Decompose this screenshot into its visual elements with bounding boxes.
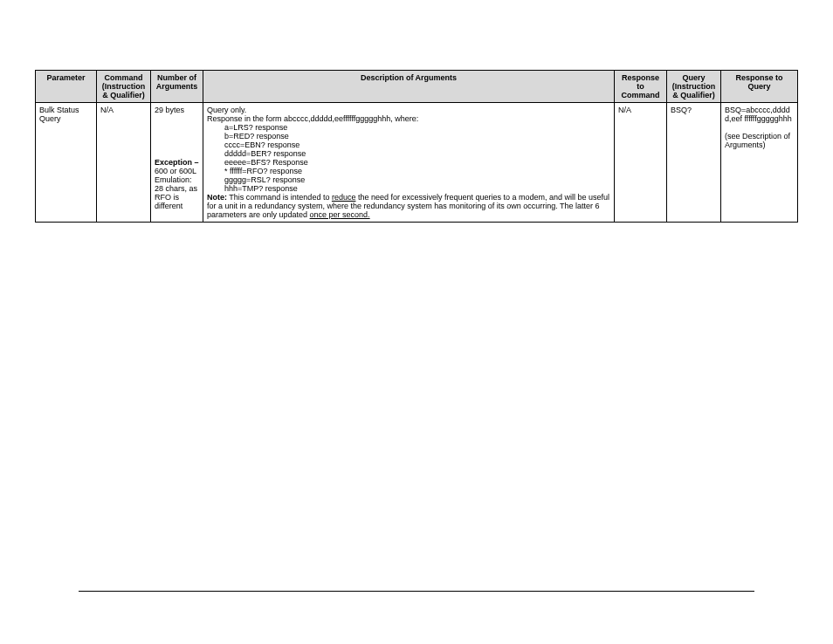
resq-line1: BSQ=abcccc,ddddd,eef ffffffggggghhh: [725, 106, 792, 123]
desc-line-e: eeeee=BFS? Response: [207, 158, 610, 167]
col-header-parameter: Parameter: [36, 71, 97, 103]
col-header-response-query: Response to Query: [721, 71, 798, 103]
desc-note-pre: This command is intended to: [227, 193, 332, 202]
col-header-command: Command (Instruction & Qualifier): [97, 71, 151, 103]
desc-line-g: ggggg=RSL? response: [207, 175, 610, 184]
numargs-primary: 29 bytes: [155, 106, 184, 114]
desc-line-d: ddddd=BER? response: [207, 149, 610, 158]
cell-response-query: BSQ=abcccc,ddddd,eef ffffffggggghhh (see…: [721, 103, 798, 223]
col-header-description: Description of Arguments: [203, 71, 615, 103]
cell-response-command: N/A: [615, 103, 667, 223]
footer-rule: [79, 591, 754, 592]
cell-description: Query only. Response in the form abcccc,…: [203, 103, 615, 223]
resq-line2: (see Description of Arguments): [725, 132, 790, 149]
desc-line-c: cccc=EBN? response: [207, 140, 610, 149]
cell-query: BSQ?: [667, 103, 721, 223]
page: Parameter Command (Instruction & Qualifi…: [0, 0, 833, 644]
desc-line-f: * ffffff=RFO? response: [207, 167, 610, 175]
numargs-exception-body: 600 or 600L Emulation: 28 chars, as RFO …: [155, 167, 197, 210]
desc-form: Response in the form abcccc,ddddd,eeffff…: [207, 114, 418, 123]
table-row: Bulk Status Query N/A 29 bytes Exception…: [36, 103, 798, 223]
col-header-query: Query (Instruction & Qualifier): [667, 71, 721, 103]
desc-intro: Query only.: [207, 106, 246, 114]
table-header-row: Parameter Command (Instruction & Qualifi…: [36, 71, 798, 103]
col-header-response-command: Response to Command: [615, 71, 667, 103]
col-header-numargs: Number of Arguments: [151, 71, 203, 103]
cell-parameter: Bulk Status Query: [36, 103, 97, 223]
desc-line-b: b=RED? response: [207, 132, 610, 140]
cell-numargs: 29 bytes Exception – 600 or 600L Emulati…: [151, 103, 203, 223]
parameter-table: Parameter Command (Instruction & Qualifi…: [35, 70, 798, 223]
numargs-exception-label: Exception –: [155, 158, 199, 167]
desc-note-label: Note:: [207, 193, 227, 202]
desc-note-reduce: reduce: [332, 193, 356, 202]
desc-line-a: a=LRS? response: [207, 123, 610, 132]
cell-command: N/A: [97, 103, 151, 223]
desc-line-h: hhh=TMP? response: [207, 184, 610, 193]
desc-note-once: once per second.: [310, 210, 370, 219]
